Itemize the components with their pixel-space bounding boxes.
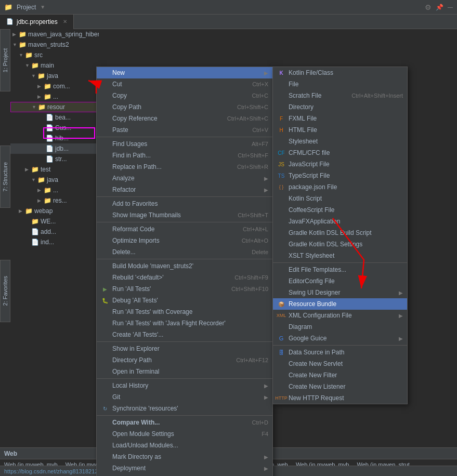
top-bar-dropdown-icon[interactable]: ▼ — [40, 4, 45, 10]
side-tab-project[interactable]: 1: Project — [0, 29, 10, 91]
menu-item-directory-path[interactable]: Directory Path Ctrl+Alt+F12 — [97, 354, 272, 366]
menu-item-cut[interactable]: Cut Ctrl+X — [97, 78, 272, 90]
submenu-scratch[interactable]: Scratch File Ctrl+Alt+Shift+Insert — [273, 90, 407, 101]
menu-item-copy[interactable]: Copy Ctrl+C — [97, 90, 272, 101]
menu-item-load-unload[interactable]: Load/Unload Modules... — [97, 440, 272, 451]
menu-item-deployment[interactable]: Deployment ▶ — [97, 462, 272, 474]
tree-item-jdb[interactable]: 📄 jdb... — [10, 143, 99, 154]
tree-item-str[interactable]: 📄 str... — [10, 154, 99, 164]
menu-item-create-tests[interactable]: Create 'All Tests'... — [97, 329, 272, 340]
tree-item-ind[interactable]: 📄 ind... — [10, 237, 99, 247]
menu-item-debug-tests[interactable]: 🐛 Debug 'All Tests' — [97, 295, 272, 306]
menu-item-paste[interactable]: Paste Ctrl+V — [97, 124, 272, 136]
tree-item-hib[interactable]: 📄 hib... — [10, 133, 99, 143]
structure-tab-label: 7: Structure — [2, 162, 8, 192]
menu-item-rebuild[interactable]: Rebuild '<default>' Ctrl+Shift+F9 — [97, 272, 272, 283]
menu-item-delete[interactable]: Delete... Delete — [97, 246, 272, 258]
tree-item-maven-struts2[interactable]: ▼ 📁 maven_struts2 — [10, 39, 99, 50]
menu-item-remove-bom[interactable]: Remove BOM — [97, 474, 272, 476]
submenu-javafx[interactable]: JavaFXApplication — [273, 216, 407, 227]
menu-item-add-favorites[interactable]: Add to Favorites — [97, 198, 272, 209]
menu-item-show-thumbnails[interactable]: Show Image Thumbnails Ctrl+Shift+T — [97, 209, 272, 221]
submenu-coffeescript[interactable]: CoffeeScript File — [273, 204, 407, 216]
submenu-typescript[interactable]: TS TypeScript File — [273, 170, 407, 181]
menu-item-build-module[interactable]: Build Module 'maven_struts2' — [97, 260, 272, 272]
tree-item-java2[interactable]: ▼ 📁 java — [10, 175, 99, 185]
file-icon: 📄 — [31, 228, 39, 235]
menu-item-run-flight[interactable]: Run 'All Tests' with 'Java Flight Record… — [97, 318, 272, 329]
menu-item-terminal[interactable]: Open in Terminal — [97, 366, 272, 377]
submenu-javascript[interactable]: JS JavaScript File — [273, 158, 407, 170]
menu-item-analyze[interactable]: Analyze ▶ — [97, 173, 272, 184]
submenu-data-source[interactable]: 🗄 Data Source in Path — [273, 347, 407, 358]
submenu-diagram[interactable]: Diagram — [273, 321, 407, 333]
tab-close-icon[interactable]: ✕ — [63, 19, 67, 24]
submenu-stylesheet[interactable]: Stylesheet — [273, 136, 407, 147]
submenu-google-guice[interactable]: G Google Guice ▶ — [273, 333, 407, 344]
side-tab-favorites[interactable]: 2: Favorites — [0, 260, 10, 322]
menu-item-find-usages[interactable]: Find Usages Alt+F7 — [97, 138, 272, 150]
menu-item-find-in-path[interactable]: Find in Path... Ctrl+Shift+F — [97, 150, 272, 161]
minimize-icon[interactable]: ─ — [448, 3, 453, 11]
submenu-editorconfig[interactable]: EditorConfig File — [273, 275, 407, 287]
submenu-kotlin-file[interactable]: K Kotlin File/Class — [273, 67, 407, 78]
menu-item-refactor[interactable]: Refactor ▶ — [97, 184, 272, 195]
submenu-fxml[interactable]: F FXML File — [273, 113, 407, 124]
submenu-gradle-build[interactable]: Gradle Kotlin DSL Build Script — [273, 227, 407, 239]
tree-item-bea[interactable]: 📄 bea... — [10, 112, 99, 123]
menu-item-module-settings[interactable]: Open Module Settings F4 — [97, 428, 272, 440]
tree-item-com[interactable]: ▶ 📁 com... — [10, 81, 99, 91]
menu-item-run-tests[interactable]: ▶ Run 'All Tests' Ctrl+Shift+F10 — [97, 283, 272, 295]
tree-item-maven-java[interactable]: ▶ 📁 maven_java_spring_hiber... — [10, 29, 99, 39]
tree-item-testmore[interactable]: ▶ 📁 ... — [10, 185, 99, 195]
tree-item-more[interactable]: ▶ 📁 ... — [10, 91, 99, 102]
menu-item-compare[interactable]: Compare With... Ctrl+D — [97, 417, 272, 428]
menu-item-replace-in-path[interactable]: Replace in Path... Ctrl+Shift+R — [97, 161, 272, 173]
tree-item-we[interactable]: 📁 WE... — [10, 216, 99, 227]
tab-jdbc-properties[interactable]: 📄 jdbc.properties ✕ — [0, 15, 74, 29]
submenu-gradle-settings[interactable]: Gradle Kotlin DSL Settings — [273, 239, 407, 250]
menu-item-local-history[interactable]: Local History ▶ — [97, 380, 272, 391]
menu-item-reformat[interactable]: Reformat Code Ctrl+Alt+L — [97, 223, 272, 235]
submenu-edit-templates[interactable]: Edit File Templates... — [273, 264, 407, 275]
submenu-directory[interactable]: Directory — [273, 101, 407, 113]
submenu-swing[interactable]: Swing UI Designer ▶ — [273, 287, 407, 298]
submenu-html[interactable]: H HTML File — [273, 124, 407, 136]
tree-item-add[interactable]: 📄 add... — [10, 227, 99, 237]
tree-item-webapp[interactable]: ▶ 📁 webap — [10, 206, 99, 216]
menu-item-copy-path[interactable]: Copy Path Ctrl+Shift+C — [97, 101, 272, 113]
submenu-kotlin-script[interactable]: Kotlin Script — [273, 193, 407, 204]
menu-item-show-explorer[interactable]: Show in Explorer — [97, 343, 272, 354]
tree-item-main[interactable]: ▼ 📁 main — [10, 60, 99, 71]
pin-icon[interactable]: 📌 — [436, 4, 443, 11]
tree-item-cus[interactable]: 📄 Cus... — [10, 123, 99, 133]
submenu-package-json[interactable]: { } package.json File — [273, 181, 407, 193]
settings-icon[interactable]: ⚙ — [425, 3, 432, 11]
menu-item-synchronize[interactable]: ↻ Synchronize 'resources' — [97, 403, 272, 414]
menu-item-run-coverage[interactable]: Run 'All Tests' with Coverage — [97, 306, 272, 318]
menu-item-new[interactable]: New ▶ — [97, 67, 272, 78]
tree-label: java — [47, 72, 58, 80]
tree-item-src[interactable]: ▼ 📁 src — [10, 50, 99, 60]
scratch-shortcut: Ctrl+Alt+Shift+Insert — [351, 92, 403, 99]
menu-item-optimize-imports[interactable]: Optimize Imports Ctrl+Alt+O — [97, 235, 272, 246]
http-icon: HTTP — [277, 394, 285, 402]
menu-item-copy-ref[interactable]: Copy Reference Ctrl+Alt+Shift+C — [97, 113, 272, 124]
submenu-xml-config[interactable]: XML XML Configuration File ▶ — [273, 310, 407, 321]
tree-item-res[interactable]: ▶ 📁 res... — [10, 195, 99, 206]
submenu-cfml[interactable]: CF CFML/CFC file — [273, 147, 407, 158]
menu-item-mark-dir[interactable]: Mark Directory as ▶ — [97, 451, 272, 462]
tree-item-test[interactable]: ▶ 📁 test — [10, 164, 99, 175]
rebuild-shortcut: Ctrl+Shift+F9 — [234, 274, 268, 281]
tree-item-resources[interactable]: ▼ 📁 resour — [10, 102, 99, 112]
submenu-http-request[interactable]: HTTP New HTTP Request — [273, 392, 407, 404]
side-tab-structure[interactable]: 7: Structure — [0, 146, 10, 208]
submenu-file[interactable]: File — [273, 78, 407, 90]
submenu-new-listener[interactable]: Create New Listener — [273, 381, 407, 392]
menu-item-git[interactable]: Git ▶ — [97, 391, 272, 403]
submenu-resource-bundle[interactable]: 📦 Resource Bundle — [273, 298, 407, 310]
submenu-new-filter[interactable]: Create New Filter — [273, 369, 407, 381]
tree-item-java[interactable]: ▼ 📁 java — [10, 71, 99, 81]
submenu-xslt[interactable]: XSLT Stylesheet — [273, 250, 407, 261]
submenu-new-servlet[interactable]: Create New Servlet — [273, 358, 407, 369]
